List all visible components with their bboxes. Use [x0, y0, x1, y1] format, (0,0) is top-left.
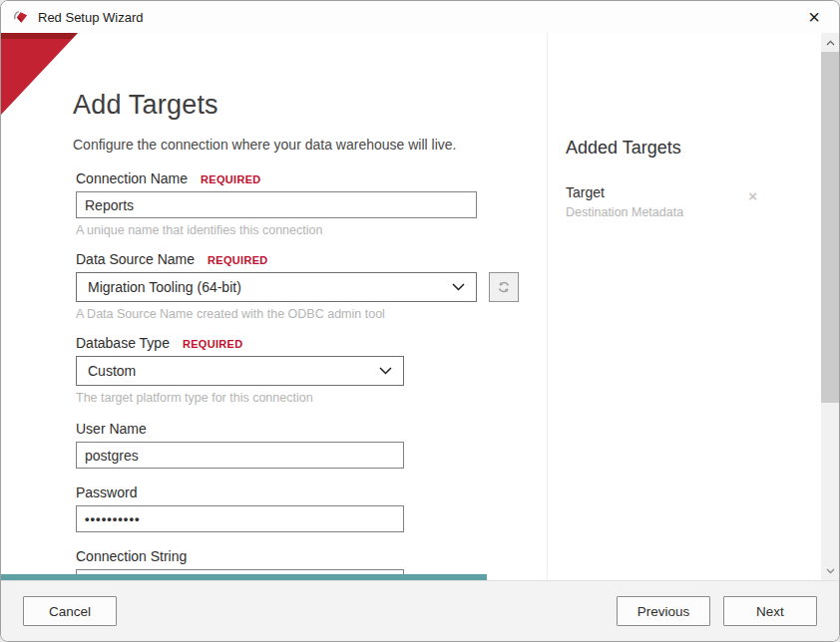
connection-name-input[interactable] — [76, 191, 477, 218]
data-source-name-select[interactable]: Migration Tooling (64-bit) — [76, 272, 477, 302]
connection-name-field: Connection Name REQUIRED A unique name t… — [76, 170, 547, 237]
password-field: Password — [76, 484, 547, 532]
target-description: Destination Metadata — [566, 205, 683, 219]
added-targets-title: Added Targets — [566, 138, 819, 159]
refresh-button[interactable] — [489, 272, 519, 302]
database-type-field: Database Type REQUIRED Custom The target… — [76, 335, 547, 405]
data-source-name-helper: A Data Source Name created with the ODBC… — [76, 307, 547, 321]
red-setup-wizard-window: Red Setup Wizard × Add Targets Configure… — [0, 0, 840, 642]
window-title: Red Setup Wizard — [38, 10, 144, 25]
wizard-body: Add Targets Configure the connection whe… — [1, 33, 839, 580]
footer-bar: Cancel Previous Next — [1, 580, 839, 641]
database-type-value: Custom — [88, 363, 136, 379]
red-logo-icon — [12, 9, 29, 26]
data-source-name-label: Data Source Name — [76, 251, 195, 267]
page-subtitle: Configure the connection where your data… — [73, 137, 547, 153]
refresh-icon — [497, 280, 511, 294]
user-name-input[interactable] — [76, 442, 404, 469]
password-label: Password — [76, 484, 137, 500]
progress-bar-fill — [1, 574, 487, 580]
data-source-name-field: Data Source Name REQUIRED Migration Tool… — [76, 251, 547, 321]
database-type-helper: The target platform type for this connec… — [76, 391, 547, 405]
page-title: Add Targets — [73, 90, 547, 121]
required-badge: REQUIRED — [201, 173, 260, 185]
next-button[interactable]: Next — [723, 596, 817, 626]
user-name-field: User Name — [76, 421, 547, 469]
chevron-up-icon — [826, 40, 835, 46]
remove-target-button[interactable]: × — [748, 188, 757, 203]
required-badge: REQUIRED — [183, 338, 242, 350]
added-targets-panel: Added Targets Target Destination Metadat… — [547, 33, 819, 580]
target-list-item: Target Destination Metadata × — [566, 184, 757, 219]
chevron-down-icon — [379, 367, 392, 375]
chevron-down-icon — [826, 568, 835, 574]
progress-bar — [1, 574, 839, 580]
cancel-button[interactable]: Cancel — [23, 596, 117, 626]
previous-button[interactable]: Previous — [617, 596, 710, 626]
target-name: Target — [566, 184, 683, 200]
footer-nav-buttons: Previous Next — [617, 596, 817, 626]
data-source-name-value: Migration Tooling (64-bit) — [88, 279, 241, 295]
required-badge: REQUIRED — [208, 254, 267, 266]
database-type-label: Database Type — [76, 335, 170, 351]
scrollbar-thumb[interactable] — [821, 52, 839, 403]
chevron-down-icon — [452, 283, 465, 291]
database-type-select[interactable]: Custom — [76, 356, 404, 386]
connection-string-label: Connection String — [76, 548, 187, 564]
close-button[interactable]: × — [797, 3, 831, 31]
form-column: Add Targets Configure the connection whe… — [1, 33, 547, 580]
connection-name-label: Connection Name — [76, 170, 188, 186]
connection-name-helper: A unique name that identifies this conne… — [76, 223, 547, 237]
target-info: Target Destination Metadata — [566, 184, 683, 219]
user-name-label: User Name — [76, 421, 147, 437]
password-input[interactable] — [76, 505, 404, 532]
title-bar: Red Setup Wizard × — [1, 1, 839, 33]
vertical-scrollbar[interactable] — [821, 33, 839, 580]
scroll-up-button[interactable] — [821, 34, 839, 51]
